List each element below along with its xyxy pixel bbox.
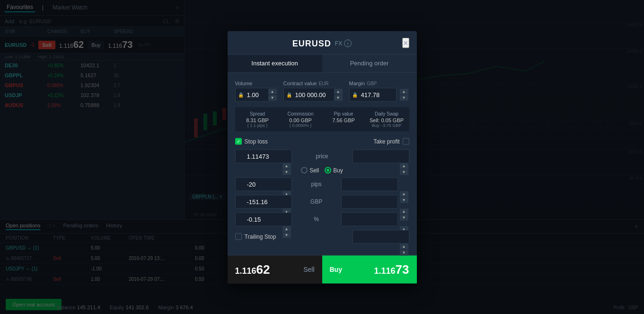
sl-input-wrap: ▲ ▼ [235,149,292,163]
buy-label-footer: Buy [330,266,342,273]
pips-tp-input[interactable] [341,177,398,191]
gbp-label: GBP [298,198,335,205]
modal-close-button[interactable]: × [402,37,409,48]
info-icon[interactable]: i [344,40,352,47]
tp-price-input[interactable] [353,149,409,163]
stat-daily-swap: Daily Swap Sell: 0.05 GBP Buy: -3.75 GBP [368,111,406,127]
volume-down[interactable]: ▼ [268,95,277,100]
spread-value: 8.31 GBP [239,117,276,123]
modal-symbol: EURUSD [292,38,331,48]
contract-input[interactable] [283,88,340,101]
sell-buy-radio-row: Sell Buy [235,167,409,173]
pip-label: Pip value [325,111,362,116]
gbp-row: ▲ ▼ GBP ▲ ▼ [235,195,409,208]
pips-row: ▲ ▼ pips ▲ ▼ [235,177,409,191]
margin-stepper: ▲ ▼ [400,89,408,100]
gbp-sl-input[interactable] [235,195,292,208]
sl-price-up[interactable]: ▲ [282,163,291,169]
vcm-row: Volume 🔒 ▲ ▼ Contract value EUR [235,80,409,101]
pip-value: 7.56 GBP [325,117,362,123]
lock-icon-volume: 🔒 [238,92,244,97]
margin-up[interactable]: ▲ [400,89,408,94]
trailing-stop-input[interactable] [353,230,409,243]
stat-spread: Spread 8.31 GBP ( 1.1 pips ) [239,111,276,127]
modal-header: EURUSD FX i × [228,31,417,54]
commission-sub: ( 0.0000% ) [282,123,319,127]
trailing-stop-row: Trailing Stop ▲ ▼ [235,230,409,243]
percent-row: ▲ ▼ % ▲ ▼ [235,212,409,226]
sell-price-display: 1.116 62 [235,262,270,277]
take-profit-checkbox[interactable] [403,138,409,144]
tp-price-up[interactable]: ▲ [400,163,408,169]
contract-currency: EUR [318,81,328,86]
stop-loss-label[interactable]: ✓ Stop loss [235,138,268,144]
gbp-tp-input[interactable] [341,195,398,208]
sell-radio[interactable] [301,167,308,173]
pips-label: pips [298,181,335,188]
margin-down[interactable]: ▼ [400,95,408,100]
sell-footer-button[interactable]: 1.116 62 Sell [228,255,322,283]
pct-sl-up[interactable]: ▲ [282,226,291,232]
daily-swap-sell: Sell: 0.05 GBP [368,117,406,123]
buy-price-base-footer: 1.116 [374,266,396,276]
margin-label-modal: Margin [349,80,365,86]
contract-group: Contract value EUR 🔒 ▲ ▼ [283,80,344,101]
volume-group: Volume 🔒 ▲ ▼ [235,80,278,101]
lock-icon-margin: 🔒 [352,92,358,97]
sell-radio-option[interactable]: Sell [301,167,319,173]
volume-up[interactable]: ▲ [268,89,277,94]
contract-up[interactable]: ▲ [334,89,343,94]
tab-instant-execution[interactable]: Instant execution [228,54,322,72]
pct-tp-input-wrap: ▲ ▼ [341,212,409,226]
buy-footer-button[interactable]: Buy 1.116 73 [322,255,417,283]
stats-row: Spread 8.31 GBP ( 1.1 pips ) Commission … [235,107,409,131]
sl-price-stepper: ▲ ▼ [282,163,291,175]
modal-footer: 1.116 62 Sell Buy 1.116 73 [228,255,417,283]
commission-label: Commission [282,111,319,116]
buy-radio-option[interactable]: Buy [325,167,343,173]
buy-radio-dot [326,169,329,171]
pips-sl-input[interactable] [235,177,292,191]
contract-label: Contract value [283,80,317,86]
tp-price-down[interactable]: ▼ [400,169,408,175]
trailing-down[interactable]: ▼ [400,250,408,255]
trailing-up[interactable]: ▲ [400,243,408,249]
volume-label: Volume [235,80,278,86]
stop-loss-checkbox[interactable]: ✓ [235,138,242,144]
contract-down[interactable]: ▼ [334,95,343,100]
volume-input-wrap: 🔒 ▲ ▼ [235,88,278,101]
tp-input-wrap: ▲ ▼ [353,149,409,163]
gbp-sl-input-wrap: ▲ ▼ [235,195,292,208]
modal-tabs: Instant execution Pending order [228,54,417,72]
trailing-stepper: ▲ ▼ [400,243,408,255]
trailing-stop-label: Trailing Stop [245,233,276,240]
buy-price-display: 1.116 73 [374,262,409,277]
stat-commission: Commission 0.00 GBP ( 0.0000% ) [282,111,319,127]
price-label: price [298,153,347,160]
sl-price-down[interactable]: ▼ [282,169,291,175]
pct-tp-input[interactable] [341,212,398,226]
pips-sl-input-wrap: ▲ ▼ [235,177,292,191]
sell-radio-label: Sell [309,167,319,173]
trailing-stop-input-wrap: ▲ ▼ [353,230,409,243]
percent-label: % [298,216,335,223]
take-profit-label[interactable]: Take profit [373,138,409,144]
buy-radio[interactable] [325,167,331,173]
take-profit-text: Take profit [373,138,399,144]
tp-price-stepper: ▲ ▼ [400,163,408,175]
modal-backdrop[interactable]: EURUSD FX i × Instant execution Pending … [0,0,644,314]
sl-price-row: ▲ ▼ price ▲ ▼ [235,149,409,163]
order-modal: EURUSD FX i × Instant execution Pending … [228,31,417,283]
pct-sl-input[interactable] [235,212,292,226]
margin-group: Margin GBP 🔒 ▲ ▼ [349,80,409,101]
gbp-tp-input-wrap: ▲ ▼ [341,195,409,208]
sell-label-footer: Sell [303,266,314,273]
margin-input-wrap: 🔒 ▲ ▼ [349,88,409,101]
pct-sl-down[interactable]: ▼ [282,232,291,238]
trailing-stop-checkbox[interactable] [235,233,242,240]
pct-sl-stepper: ▲ ▼ [282,226,291,238]
tab-pending-order[interactable]: Pending order [322,54,417,72]
contract-stepper: ▲ ▼ [334,89,343,100]
sl-price-input[interactable] [235,149,292,163]
daily-swap-label: Daily Swap [368,111,406,116]
